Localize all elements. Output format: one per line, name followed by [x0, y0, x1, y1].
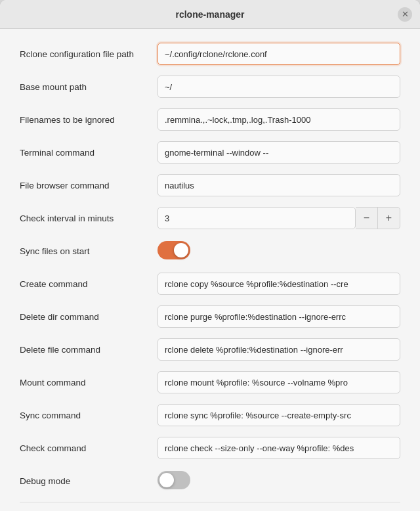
check-interval-control: − + [158, 207, 400, 229]
delete-file-command-label: Delete file command [20, 345, 158, 355]
terminal-command-label: Terminal command [20, 148, 158, 158]
mount-command-control [158, 371, 400, 393]
delete-file-command-row: Delete file command [20, 338, 400, 361]
delete-dir-command-control [158, 305, 400, 328]
rclone-config-row: Rclone configuration file path [20, 42, 400, 66]
terminal-command-row: Terminal command [20, 141, 400, 164]
filenames-ignored-input[interactable] [158, 108, 400, 131]
check-command-row: Check command [20, 436, 400, 460]
base-mount-path-row: Base mount path [20, 75, 400, 99]
settings-window: rclone-manager ✕ Rclone configuration fi… [0, 0, 420, 511]
file-browser-command-control [158, 174, 400, 196]
file-browser-command-input[interactable] [158, 174, 400, 196]
mount-command-label: Mount command [20, 378, 158, 388]
filenames-ignored-row: Filenames to be ignored [20, 108, 400, 131]
create-command-control [158, 273, 400, 295]
create-command-label: Create command [20, 279, 158, 289]
terminal-command-input[interactable] [158, 141, 400, 164]
base-mount-path-control [158, 76, 400, 98]
sync-command-input[interactable] [158, 404, 400, 426]
sync-command-label: Sync command [20, 411, 158, 420]
mount-command-row: Mount command [20, 370, 400, 394]
sync-files-start-row: Sync files on start [20, 239, 400, 263]
toggle-knob [174, 243, 188, 257]
debug-mode-control [158, 471, 400, 491]
divider [20, 502, 400, 502]
check-command-input[interactable] [158, 437, 400, 459]
debug-mode-label: Debug mode [20, 476, 158, 486]
file-browser-command-row: File browser command [20, 173, 400, 197]
rclone-config-control [158, 43, 400, 65]
base-mount-path-label: Base mount path [20, 82, 158, 92]
mount-command-input[interactable] [158, 371, 400, 393]
filenames-ignored-label: Filenames to be ignored [20, 115, 158, 125]
toggle-slider-on [158, 241, 190, 259]
delete-dir-command-label: Delete dir command [20, 312, 158, 322]
delete-file-command-control [158, 338, 400, 361]
delete-file-command-input[interactable] [158, 338, 400, 361]
toggle-slider-off [158, 471, 190, 489]
base-mount-path-input[interactable] [158, 76, 400, 98]
decrement-button[interactable]: − [356, 207, 378, 229]
check-interval-input[interactable] [158, 207, 356, 229]
sync-files-start-toggle[interactable] [158, 241, 190, 259]
debug-mode-toggle[interactable] [158, 471, 190, 489]
titlebar: rclone-manager ✕ [0, 0, 420, 29]
check-interval-row: Check interval in minuts − + [20, 206, 400, 230]
sync-command-control [158, 404, 400, 426]
sync-files-start-label: Sync files on start [20, 246, 158, 256]
toggle-knob-debug [159, 473, 174, 487]
increment-button[interactable]: + [378, 207, 400, 229]
delete-dir-command-input[interactable] [158, 305, 400, 328]
sync-command-row: Sync command [20, 403, 400, 427]
delete-dir-command-row: Delete dir command [20, 305, 400, 328]
check-command-label: Check command [20, 443, 158, 453]
file-browser-command-label: File browser command [20, 181, 158, 190]
sync-files-start-control [158, 241, 400, 261]
create-command-input[interactable] [158, 273, 400, 295]
rclone-config-input[interactable] [158, 43, 400, 65]
check-command-control [158, 437, 400, 459]
debug-mode-row: Debug mode [20, 469, 400, 493]
window-title: rclone-manager [175, 9, 244, 20]
filenames-ignored-control [158, 108, 400, 131]
close-button[interactable]: ✕ [398, 7, 412, 22]
rclone-config-label: Rclone configuration file path [20, 49, 158, 59]
terminal-command-control [158, 141, 400, 164]
create-command-row: Create command [20, 272, 400, 296]
check-interval-label: Check interval in minuts [20, 213, 158, 223]
settings-content: Rclone configuration file path Base moun… [0, 29, 420, 511]
